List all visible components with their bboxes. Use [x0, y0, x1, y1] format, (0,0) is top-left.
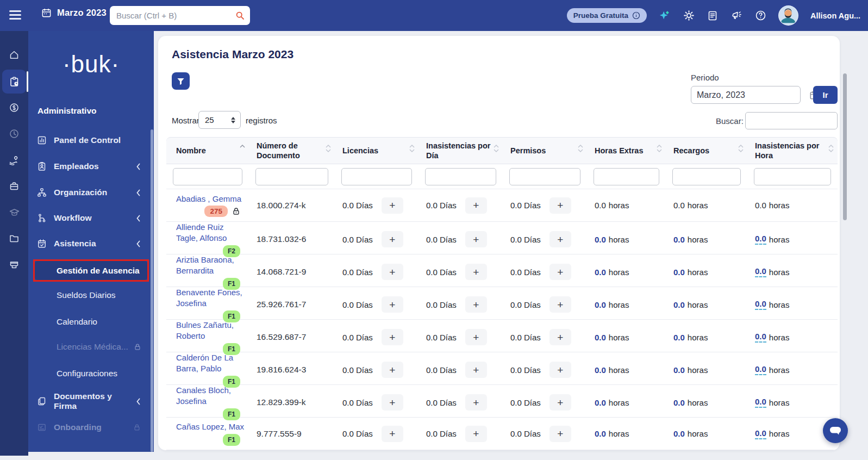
employee-name-link[interactable]: Canales Bloch, Josefina	[176, 385, 247, 407]
add-licencia-button[interactable]: +	[382, 394, 403, 411]
add-licencia-button[interactable]: +	[382, 329, 403, 345]
column-header-nombre[interactable]: Nombre	[166, 138, 249, 164]
sidebar-subitem-gestion-de-ausencia[interactable]: Gestión de Ausencia	[35, 261, 147, 280]
employee-name-link[interactable]: Calderón De La Barra, Pablo	[176, 352, 247, 375]
add-inasistencia-dia-button[interactable]: +	[465, 197, 487, 214]
horas-extras-value[interactable]: 0.0	[595, 300, 606, 309]
employee-name-link[interactable]: Alliende Ruiz Tagle, Alfonso	[176, 222, 247, 244]
add-inasistencia-dia-button[interactable]: +	[465, 362, 487, 378]
period-selector[interactable]: Marzo 2023	[41, 8, 107, 18]
settings-gear-icon[interactable]	[683, 10, 695, 22]
inasistencias-hora-value[interactable]: 0.0	[755, 299, 766, 310]
folder-icon[interactable]	[2, 226, 26, 250]
employee-name-link[interactable]: Bulnes Zañartu, Roberto	[176, 320, 247, 342]
sidebar-item-documentos-y-firma[interactable]: Documentos y Firma	[28, 392, 154, 411]
sparkle-icon[interactable]	[659, 10, 671, 22]
sidebar-item-workflow[interactable]: Workflow	[28, 209, 154, 227]
global-search-input[interactable]	[110, 11, 235, 20]
trial-badge[interactable]: Prueba Gratuita	[567, 8, 647, 23]
help-icon[interactable]	[754, 10, 766, 22]
add-permiso-button[interactable]: +	[549, 296, 571, 313]
filter-input-licencias[interactable]	[341, 168, 412, 185]
payroll-coin-icon[interactable]	[2, 96, 26, 120]
add-permiso-button[interactable]: +	[549, 426, 571, 442]
column-header-inasistencias-dia[interactable]: Inasistencias por Día	[419, 138, 503, 164]
home-icon[interactable]	[2, 43, 26, 67]
column-header-licencias[interactable]: Licencias	[335, 138, 419, 164]
recargos-value[interactable]: 0.0	[673, 235, 685, 244]
horas-extras-value[interactable]: 0.0	[595, 365, 606, 375]
user-name[interactable]: Allison Agu...	[810, 11, 860, 20]
horas-extras-value[interactable]: 0.0	[595, 235, 606, 244]
hamburger-menu-icon[interactable]	[9, 10, 22, 20]
filter-input-documento[interactable]	[255, 168, 328, 185]
add-inasistencia-dia-button[interactable]: +	[465, 329, 487, 345]
sidebar-scrollbar[interactable]	[151, 129, 153, 452]
inasistencias-hora-value[interactable]: 0.0	[755, 364, 766, 375]
training-grad-cap-icon[interactable]	[2, 200, 26, 224]
employee-name-link[interactable]: Abadias , Gemma	[176, 194, 247, 204]
recargos-value[interactable]: 0.0	[673, 300, 685, 309]
employee-name-link[interactable]: Cañas Lopez, Max	[176, 421, 247, 432]
table-search-input[interactable]	[745, 112, 838, 129]
add-inasistencia-dia-button[interactable]: +	[465, 264, 487, 280]
filter-input-inasistencias-hora[interactable]	[754, 168, 831, 185]
sidebar-subitem-sueldos-diarios[interactable]: Sueldos Diarios	[28, 286, 154, 304]
add-permiso-button[interactable]: +	[549, 197, 571, 214]
add-licencia-button[interactable]: +	[382, 296, 403, 313]
add-inasistencia-dia-button[interactable]: +	[465, 394, 487, 411]
horas-extras-value[interactable]: 0.0	[595, 268, 606, 277]
employee-name-link[interactable]: Benavente Fones, Josefina	[176, 287, 247, 309]
column-header-permisos[interactable]: Permisos	[503, 138, 587, 164]
sidebar-item-empleados[interactable]: Empleados	[28, 157, 154, 176]
add-permiso-button[interactable]: +	[549, 264, 571, 280]
inasistencias-hora-value[interactable]: 0.0	[755, 397, 766, 408]
sidebar-subitem-calendario[interactable]: Calendario	[28, 313, 154, 331]
add-permiso-button[interactable]: +	[549, 362, 571, 378]
sidebar-item-asistencia[interactable]: Asistencia	[28, 234, 154, 253]
filter-input-permisos[interactable]	[509, 168, 580, 185]
page-size-select[interactable]: 25	[198, 111, 241, 129]
sidebar-item-organizacion[interactable]: Organización	[28, 183, 154, 202]
column-header-recargos[interactable]: Recargos	[666, 138, 747, 164]
add-inasistencia-dia-button[interactable]: +	[465, 231, 487, 247]
recargos-value[interactable]: 0.0	[673, 429, 685, 438]
recargos-value[interactable]: 0.0	[673, 365, 685, 375]
filter-input-nombre[interactable]	[173, 168, 242, 185]
column-header-documento[interactable]: Número de Documento	[249, 138, 335, 164]
column-header-horas-extras[interactable]: Horas Extras	[587, 138, 666, 164]
add-permiso-button[interactable]: +	[549, 231, 571, 247]
add-licencia-button[interactable]: +	[382, 197, 403, 214]
recargos-value[interactable]: 0.0	[673, 333, 685, 342]
horas-extras-value[interactable]: 0.0	[595, 429, 606, 438]
add-permiso-button[interactable]: +	[549, 394, 571, 411]
kiosk-icon[interactable]	[2, 253, 26, 277]
horas-extras-value[interactable]: 0.0	[595, 333, 606, 342]
inasistencias-hora-value[interactable]: 0.0	[755, 428, 766, 439]
add-licencia-button[interactable]: +	[382, 264, 403, 280]
add-inasistencia-dia-button[interactable]: +	[465, 426, 487, 442]
notes-document-icon[interactable]	[707, 10, 719, 22]
main-scrollbar-thumb[interactable]	[843, 73, 847, 220]
filter-input-recargos[interactable]	[672, 168, 741, 185]
add-inasistencia-dia-button[interactable]: +	[465, 296, 487, 313]
horas-extras-value[interactable]: 0.0	[595, 398, 606, 407]
inasistencias-hora-value[interactable]: 0.0	[755, 234, 766, 245]
sidebar-subitem-configuraciones[interactable]: Configuraciones	[28, 364, 154, 383]
add-licencia-button[interactable]: +	[382, 426, 403, 442]
sidebar-item-panel-de-control[interactable]: Panel de Control	[28, 131, 154, 150]
clock-icon[interactable]	[2, 122, 26, 146]
filter-input-inasistencias-dia[interactable]	[425, 168, 496, 185]
user-avatar[interactable]	[778, 5, 798, 26]
attendance-clipboard-icon[interactable]	[2, 70, 26, 94]
employee-name-link[interactable]: Ariztia Baraona, Bernardita	[176, 254, 247, 277]
inasistencias-hora-value[interactable]: 0.0	[755, 332, 766, 343]
recargos-value[interactable]: 0.0	[673, 398, 685, 407]
filter-button[interactable]	[172, 72, 190, 90]
megaphone-icon[interactable]	[730, 10, 742, 22]
add-licencia-button[interactable]: +	[382, 362, 403, 378]
benefits-hand-heart-icon[interactable]	[2, 148, 26, 172]
chat-button[interactable]	[823, 418, 848, 443]
go-button[interactable]: Ir	[813, 86, 838, 104]
add-permiso-button[interactable]: +	[549, 329, 571, 345]
